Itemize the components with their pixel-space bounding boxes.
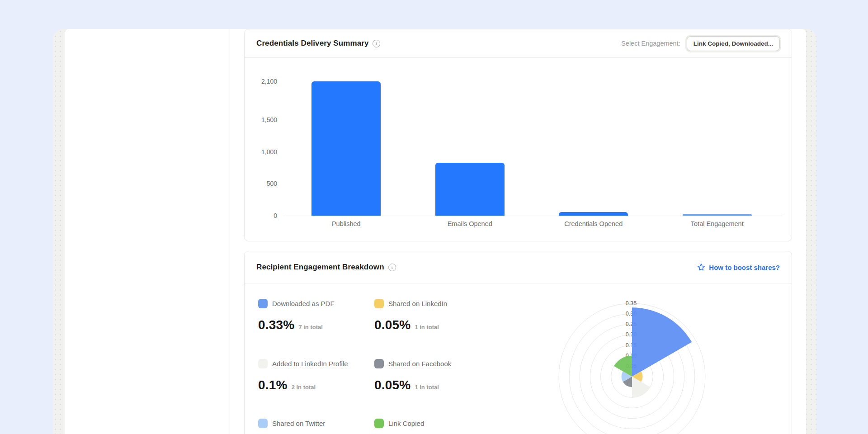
legend-swatch-shared-on-linkedin bbox=[374, 299, 384, 308]
engagement-card-title: Recipient Engagement Breakdown bbox=[256, 263, 384, 272]
boost-link-label: How to boost shares? bbox=[709, 264, 780, 271]
stat-label: Shared on LinkedIn bbox=[388, 300, 447, 307]
x-axis-label-total-engagement: Total Engagement bbox=[656, 220, 779, 227]
select-engagement-dropdown[interactable]: Link Copied, Downloaded... bbox=[687, 36, 780, 51]
stat-total-count: 1 in total bbox=[415, 324, 439, 330]
bar-emails-opened[interactable] bbox=[435, 163, 505, 216]
stat-added-to-linkedin-profile: Added to LinkedIn Profile0.1%2 in total bbox=[258, 359, 371, 368]
legend-swatch-shared-on-twitter bbox=[258, 419, 268, 428]
polar-wedge-downloaded-as-pdf[interactable] bbox=[632, 307, 692, 377]
info-icon[interactable]: i bbox=[373, 40, 380, 47]
stat-total-count: 7 in total bbox=[298, 324, 322, 330]
star-icon bbox=[697, 263, 705, 271]
x-axis-label-credentials-opened: Credentials Opened bbox=[532, 220, 656, 227]
x-axis-line bbox=[283, 216, 783, 216]
info-icon[interactable]: i bbox=[388, 264, 396, 271]
legend-swatch-added-to-linkedin-profile bbox=[258, 359, 268, 368]
engagement-card-header: Recipient Engagement Breakdown i How to … bbox=[245, 251, 792, 283]
credentials-delivery-summary-card: Credentials Delivery Summary i Select En… bbox=[244, 29, 792, 241]
stat-label: Shared on Facebook bbox=[388, 360, 451, 368]
stat-shared-on-linkedin: Shared on LinkedIn0.05%1 in total bbox=[374, 299, 487, 308]
stat-link-copied: Link Copied bbox=[374, 419, 487, 428]
how-to-boost-shares-link[interactable]: How to boost shares? bbox=[697, 263, 780, 271]
stat-label: Link Copied bbox=[388, 420, 424, 427]
stat-total-count: 2 in total bbox=[292, 384, 316, 391]
bar-total-engagement[interactable] bbox=[683, 214, 752, 216]
y-axis-tick-1,500: 1,500 bbox=[245, 116, 277, 123]
y-axis-tick-2,100: 2,100 bbox=[245, 78, 277, 85]
y-axis-tick-0: 0 bbox=[245, 212, 277, 219]
legend-swatch-downloaded-as-pdf bbox=[258, 299, 268, 308]
y-axis-tick-500: 500 bbox=[245, 180, 277, 187]
legend-swatch-shared-on-facebook bbox=[374, 359, 384, 368]
stat-percentage: 0.33% bbox=[258, 318, 294, 332]
x-axis-label-emails-opened: Emails Opened bbox=[408, 220, 532, 227]
stat-shared-on-twitter: Shared on Twitter bbox=[258, 419, 371, 428]
polar-tick-label-0.35: 0.35 bbox=[626, 300, 637, 307]
x-axis-label-published: Published bbox=[284, 220, 408, 227]
select-engagement-label: Select Engagement: bbox=[621, 40, 680, 47]
delivery-card-title: Credentials Delivery Summary bbox=[256, 39, 368, 48]
y-axis-tick-1,000: 1,000 bbox=[245, 148, 277, 156]
stat-label: Shared on Twitter bbox=[272, 420, 325, 427]
stat-total-count: 1 in total bbox=[415, 384, 439, 391]
legend-swatch-link-copied bbox=[374, 419, 384, 428]
stat-percentage: 0.05% bbox=[374, 318, 410, 332]
delivery-card-header: Credentials Delivery Summary i Select En… bbox=[245, 29, 792, 58]
stat-downloaded-as-pdf: Downloaded as PDF0.33%7 in total bbox=[258, 299, 371, 308]
stat-shared-on-facebook: Shared on Facebook0.05%1 in total bbox=[374, 359, 487, 368]
engagement-polar-chart: 0.350.300.250.200.150.100.05 bbox=[542, 286, 722, 434]
sidebar-content-divider bbox=[230, 29, 230, 434]
stat-percentage: 0.05% bbox=[374, 378, 410, 392]
delivery-bar-chart: 05001,0001,5002,100PublishedEmails Opene… bbox=[245, 58, 792, 241]
bar-published[interactable] bbox=[311, 81, 381, 216]
stat-label: Downloaded as PDF bbox=[272, 300, 335, 307]
stat-percentage: 0.1% bbox=[258, 378, 288, 392]
bar-credentials-opened[interactable] bbox=[559, 212, 628, 216]
stat-label: Added to LinkedIn Profile bbox=[272, 360, 348, 368]
